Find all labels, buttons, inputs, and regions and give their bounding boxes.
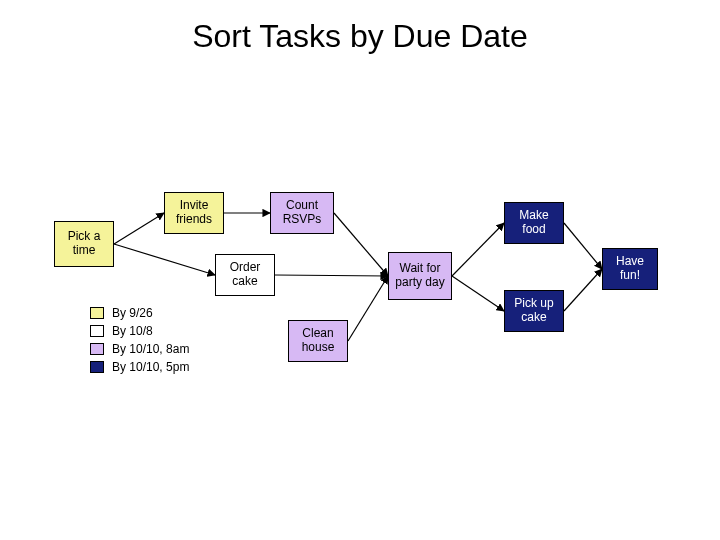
legend-swatch (90, 361, 104, 373)
edge-arrow (452, 223, 504, 276)
legend-swatch (90, 325, 104, 337)
node-clean-house: Clean house (288, 320, 348, 362)
legend-label: By 10/10, 5pm (112, 360, 189, 374)
node-invite-friends: Invite friends (164, 192, 224, 234)
legend-label: By 10/10, 8am (112, 342, 189, 356)
node-count-rsvps: Count RSVPs (270, 192, 334, 234)
edge-arrow (114, 244, 215, 275)
node-wait-party-day: Wait for party day (388, 252, 452, 300)
legend-swatch (90, 307, 104, 319)
node-pick-up-cake: Pick up cake (504, 290, 564, 332)
legend-row: By 10/10, 5pm (90, 358, 189, 376)
page-title: Sort Tasks by Due Date (0, 18, 720, 55)
node-order-cake: Order cake (215, 254, 275, 296)
legend: By 9/26By 10/8By 10/10, 8amBy 10/10, 5pm (90, 304, 189, 376)
node-pick-a-time: Pick a time (54, 221, 114, 267)
legend-label: By 9/26 (112, 306, 153, 320)
edge-arrow (348, 276, 388, 341)
legend-label: By 10/8 (112, 324, 153, 338)
edge-arrow (275, 275, 388, 276)
edge-arrow (452, 276, 504, 311)
edge-arrow (564, 223, 602, 269)
node-make-food: Make food (504, 202, 564, 244)
node-have-fun: Have fun! (602, 248, 658, 290)
legend-row: By 10/10, 8am (90, 340, 189, 358)
edge-arrow (334, 213, 388, 276)
edge-arrow (564, 269, 602, 311)
legend-swatch (90, 343, 104, 355)
legend-row: By 9/26 (90, 304, 189, 322)
legend-row: By 10/8 (90, 322, 189, 340)
edge-arrow (114, 213, 164, 244)
